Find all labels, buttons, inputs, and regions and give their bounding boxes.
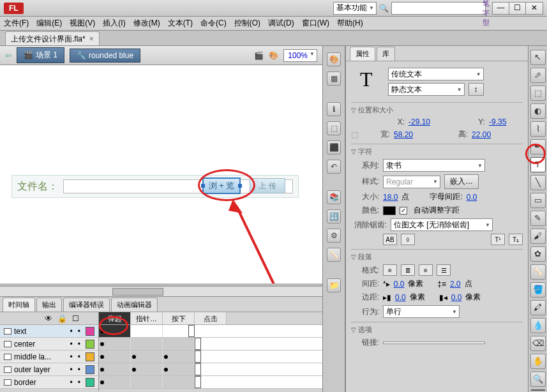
- margin-right-value[interactable]: 0.0: [451, 293, 462, 302]
- orient-button[interactable]: ↕: [468, 83, 484, 96]
- link-wh-icon[interactable]: ⬚: [351, 130, 358, 139]
- frame-row[interactable]: [99, 363, 322, 376]
- font-size[interactable]: 18.0: [383, 193, 398, 202]
- subscript-button[interactable]: T₁: [509, 234, 523, 245]
- tab-library[interactable]: 库: [377, 47, 395, 61]
- tab-output[interactable]: 输出: [36, 298, 62, 312]
- menu-debug[interactable]: 调试(D): [268, 18, 294, 29]
- x-value[interactable]: -29.10: [408, 117, 430, 126]
- auto-kern-checkbox[interactable]: [400, 207, 407, 215]
- text-type-combo[interactable]: 静态文本: [388, 83, 465, 96]
- tab-properties[interactable]: 属性: [350, 47, 375, 61]
- search-input[interactable]: 五笔字型: [391, 2, 486, 15]
- selectable-button[interactable]: AB: [383, 234, 397, 245]
- leading-value[interactable]: 2.0: [450, 280, 461, 289]
- deco-tool[interactable]: ✿: [530, 246, 546, 262]
- layer-row[interactable]: border••: [0, 376, 98, 389]
- render-html-button[interactable]: ◊: [401, 234, 415, 245]
- library-icon[interactable]: 📚: [327, 190, 341, 204]
- stage-scrollbar-h[interactable]: [0, 286, 322, 296]
- frame-label-over[interactable]: 指针…: [131, 312, 163, 324]
- margin-left-value[interactable]: 0.0: [395, 293, 406, 302]
- tab-timeline[interactable]: 时间轴: [3, 298, 35, 312]
- zoom-combo[interactable]: 100%: [283, 49, 317, 62]
- menu-file[interactable]: 文件(F): [4, 18, 29, 29]
- h-value[interactable]: 22.00: [472, 130, 491, 139]
- eye-icon[interactable]: 👁: [45, 314, 52, 323]
- brush-tool[interactable]: 🖌: [530, 229, 546, 244]
- back-arrow-icon[interactable]: ⇦: [5, 51, 11, 60]
- selection-tool[interactable]: ↖: [530, 50, 546, 65]
- text-engine-combo[interactable]: 传统文本: [388, 68, 484, 80]
- frame-label-up[interactable]: 弹起: [99, 312, 131, 324]
- menu-insert[interactable]: 插入(I): [103, 18, 125, 29]
- frame-row[interactable]: [99, 325, 322, 338]
- close-tab-icon[interactable]: ×: [89, 34, 94, 43]
- history-icon[interactable]: ↶: [327, 160, 341, 174]
- menu-text[interactable]: 文本(T): [168, 18, 193, 29]
- menu-edit[interactable]: 编辑(E): [36, 18, 62, 29]
- font-style-combo[interactable]: Regular: [383, 176, 440, 188]
- browse-button[interactable]: 浏 + 览: [202, 177, 241, 194]
- close-button[interactable]: ✕: [526, 3, 543, 14]
- link-input[interactable]: [383, 342, 485, 344]
- subselection-tool[interactable]: ⬀: [530, 68, 546, 83]
- frame-row[interactable]: [99, 338, 322, 351]
- document-tab[interactable]: 上传文件设计界面.fla*×: [5, 31, 100, 45]
- layer-row[interactable]: middle la...••: [0, 351, 98, 363]
- section-character[interactable]: 字符: [351, 147, 523, 156]
- behavior-combo[interactable]: 单行: [383, 305, 460, 318]
- section-options[interactable]: 选项: [351, 325, 523, 335]
- align-center-button[interactable]: ≣: [401, 264, 415, 276]
- frame-label-down[interactable]: 按下: [163, 312, 195, 324]
- bone-icon[interactable]: 🦴: [327, 248, 341, 262]
- menu-modify[interactable]: 修改(M): [133, 18, 160, 29]
- pen-tool[interactable]: ✒: [530, 139, 546, 155]
- superscript-button[interactable]: T¹: [491, 234, 505, 245]
- antialias-combo[interactable]: 位图文本 [无消除锯齿]: [391, 218, 493, 231]
- info-icon[interactable]: ℹ: [327, 102, 341, 116]
- align-icon[interactable]: ▦: [327, 72, 341, 86]
- lock-icon[interactable]: 🔒: [57, 314, 67, 323]
- frame-row[interactable]: [99, 351, 322, 363]
- eyedropper-tool[interactable]: 💧: [530, 318, 546, 333]
- eraser-tool[interactable]: ⌫: [530, 336, 546, 351]
- layer-row[interactable]: center••: [0, 338, 98, 351]
- symbol-icon[interactable]: 🔣: [327, 209, 341, 223]
- tab-errors[interactable]: 编译器错误: [63, 298, 110, 312]
- indent-value[interactable]: 0.0: [394, 280, 405, 289]
- menu-view[interactable]: 视图(V): [70, 18, 95, 29]
- lasso-tool[interactable]: ⌇: [530, 121, 546, 137]
- layer-row[interactable]: text••: [0, 325, 98, 338]
- section-position-size[interactable]: 位置和大小: [351, 105, 523, 115]
- zoom-tool[interactable]: 🔍: [530, 372, 546, 387]
- outline-icon[interactable]: ☐: [72, 314, 79, 323]
- align-right-button[interactable]: ≡: [419, 264, 433, 276]
- menu-window[interactable]: 窗口(W): [302, 18, 329, 29]
- menu-commands[interactable]: 命令(C): [200, 18, 227, 29]
- frame-row[interactable]: [99, 376, 322, 389]
- symbol-breadcrumb[interactable]: 🔧rounded blue: [70, 49, 140, 63]
- component-icon[interactable]: ⬛: [327, 140, 341, 155]
- tab-motion[interactable]: 动画编辑器: [111, 298, 158, 312]
- 3d-rotate-tool[interactable]: ◐: [530, 103, 546, 119]
- section-paragraph[interactable]: 段落: [351, 252, 523, 262]
- align-left-button[interactable]: ≡: [383, 264, 397, 276]
- line-tool[interactable]: ╲: [530, 175, 546, 190]
- layer-row[interactable]: outer layer••: [0, 363, 98, 376]
- font-family-combo[interactable]: 隶书: [383, 159, 485, 172]
- edit-symbol-icon[interactable]: 🎨: [269, 51, 278, 60]
- workspace-combo[interactable]: 基本功能: [333, 2, 377, 15]
- y-value[interactable]: -9.35: [489, 117, 506, 126]
- stage-canvas[interactable]: 文件名： 浏 + 览 上 传: [0, 65, 322, 286]
- ink-tool[interactable]: 🖍: [530, 300, 546, 315]
- bucket-tool[interactable]: 🪣: [530, 282, 546, 298]
- edit-scene-icon[interactable]: 🎬: [254, 51, 264, 60]
- swatches-icon[interactable]: 🎨: [327, 52, 341, 66]
- maximize-button[interactable]: ☐: [509, 3, 526, 14]
- project-icon[interactable]: 📁: [327, 278, 341, 292]
- w-value[interactable]: 58.20: [394, 130, 413, 139]
- actions-icon[interactable]: ⚙: [327, 229, 341, 243]
- minimize-button[interactable]: —: [493, 3, 509, 14]
- transform-icon[interactable]: ⬚: [327, 121, 341, 135]
